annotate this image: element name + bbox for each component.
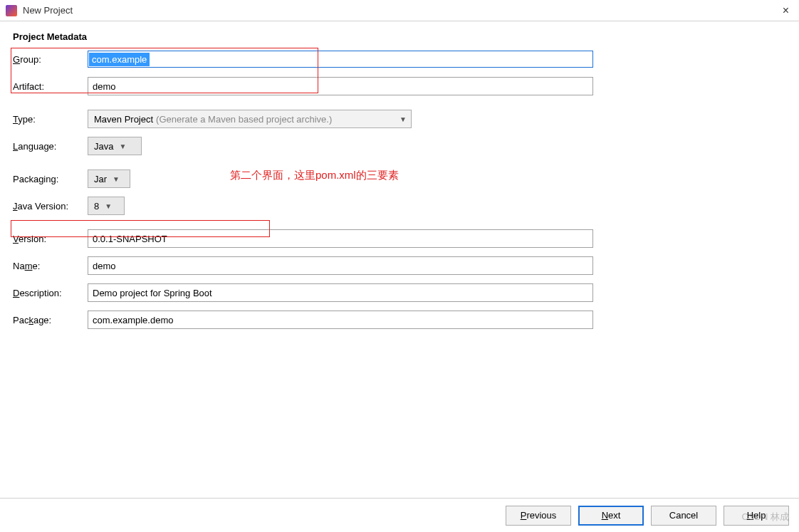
row-artifact: Artifact: [13,76,786,96]
artifact-input[interactable] [88,77,593,95]
label-package: Package: [13,315,88,325]
row-group: Group: com.example [13,49,786,69]
row-type: Type: Maven Project (Generate a Maven ba… [13,109,786,129]
group-input[interactable]: com.example [88,51,593,68]
row-packaging: Packaging: Jar ▼ [13,169,786,189]
next-button[interactable]: Next [578,506,644,526]
label-group: Group: [13,54,88,65]
content-area: Project Metadata 第二个界面，这里pom.xml的三要素 Gro… [0,21,799,330]
label-artifact: Artifact: [13,81,88,92]
type-select[interactable]: Maven Project (Generate a Maven based pr… [88,110,412,128]
close-icon[interactable]: × [778,4,793,17]
label-type: Type: [13,114,88,125]
chevron-down-icon: ▼ [119,142,126,150]
chevron-down-icon: ▼ [113,175,120,183]
language-select[interactable]: Java ▼ [88,137,142,155]
titlebar: New Project × [0,0,799,21]
help-button[interactable]: Help [724,506,789,526]
annotation-text: 第二个界面，这里pom.xml的三要素 [230,169,399,182]
type-value: Maven Project [94,114,153,125]
label-packaging: Packaging: [13,174,88,184]
label-description: Description: [13,288,88,298]
label-java-version: Java Version: [13,201,88,212]
language-value: Java [94,141,113,152]
section-header: Project Metadata [13,31,786,42]
version-input[interactable] [88,229,593,248]
row-java-version: Java Version: 8 ▼ [13,196,786,216]
description-input[interactable] [88,283,593,302]
chevron-down-icon: ▼ [400,115,407,123]
cancel-button[interactable]: Cancel [651,506,716,526]
row-name: Name: [13,256,786,276]
packaging-select[interactable]: Jar ▼ [88,169,130,188]
name-input[interactable] [88,256,593,275]
label-name: Name: [13,261,88,271]
packaging-value: Jar [94,174,107,184]
row-package: Package: [13,310,786,330]
row-description: Description: [13,283,786,303]
previous-button[interactable]: Previous [506,506,571,526]
java-version-select[interactable]: 8 ▼ [88,197,125,215]
java-version-value: 8 [94,201,99,212]
package-input[interactable] [88,311,593,329]
group-value: com.example [89,53,150,66]
chevron-down-icon: ▼ [105,202,112,210]
form: 第二个界面，这里pom.xml的三要素 Group: com.example A… [13,49,786,330]
app-icon [6,5,17,16]
row-version: Version: [13,229,786,249]
type-hint: (Generate a Maven based project archive.… [156,114,332,125]
footer: Previous Next Cancel Help [0,498,799,532]
label-language: Language: [13,141,88,152]
window-title: New Project [23,5,778,16]
label-version: Version: [13,234,88,244]
row-language: Language: Java ▼ [13,136,786,156]
